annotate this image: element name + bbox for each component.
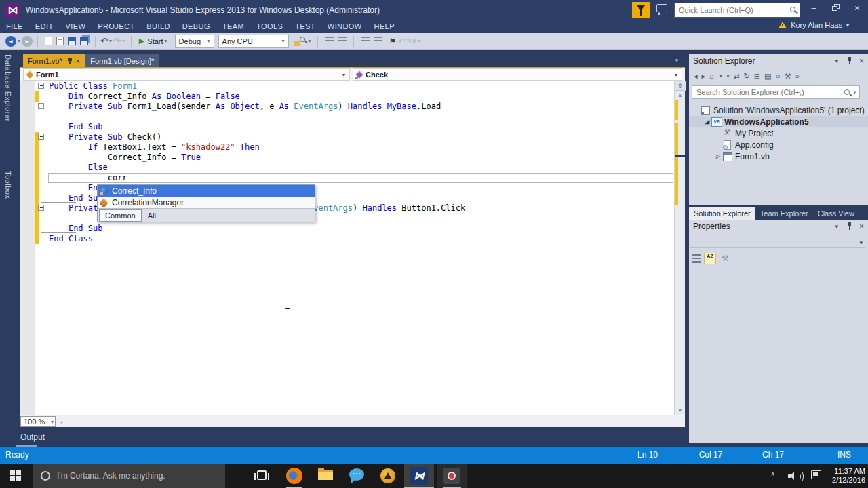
code-editor[interactable]: Public Class Form1 Dim Correct_Info As B…	[20, 81, 674, 415]
menu-item-edit[interactable]: EDIT	[29, 22, 60, 30]
taskbar-app-recorder[interactable]	[437, 464, 467, 488]
menu-item-debug[interactable]: DEBUG	[176, 22, 216, 30]
chevron-down-icon[interactable]: ▾	[122, 38, 125, 44]
tree-item-form1-vb[interactable]: ▷Form1.vb	[689, 150, 868, 162]
redo-button[interactable]: ↷	[113, 36, 121, 46]
save-button[interactable]	[68, 37, 76, 45]
uncomment-button[interactable]	[374, 37, 382, 45]
comment-button[interactable]	[361, 37, 370, 45]
object-dropdown[interactable]: ▾	[690, 236, 865, 248]
window-menu-icon[interactable]: ▾	[835, 58, 838, 64]
solution-search-input[interactable]	[695, 87, 837, 97]
zoom-dropdown[interactable]: 100 % ▾	[20, 416, 56, 427]
solution-config-dropdown[interactable]: Debug▾	[175, 35, 214, 48]
chevron-down-icon[interactable]: ▾	[726, 73, 729, 79]
overflow-icon[interactable]: »	[795, 72, 800, 80]
code-line[interactable]: Else	[20, 163, 674, 173]
taskbar-app-visual-studio[interactable]: ⋈	[404, 464, 434, 488]
quick-launch[interactable]	[674, 3, 800, 18]
undo-button[interactable]: ↶	[100, 36, 108, 46]
tree-item-my-project[interactable]: ⚒My Project	[689, 127, 868, 139]
member-dropdown[interactable]: Check ▾	[353, 68, 682, 81]
close-icon[interactable]: ×	[859, 56, 864, 66]
tree-item-app-config[interactable]: App.config	[689, 139, 868, 150]
minimize-button[interactable]: –	[803, 0, 825, 18]
intellisense-item-correlationmanager[interactable]: CorrelationManager	[98, 197, 315, 208]
prev-bookmark-button[interactable]: ↶	[398, 37, 405, 46]
code-line[interactable]: End Class	[20, 234, 674, 244]
intellisense-item-correct_info[interactable]: Correct_Info	[98, 185, 315, 197]
platform-dropdown[interactable]: Any CPU▾	[218, 35, 289, 48]
tree-item-windowsapplication5[interactable]: ◢VBWindowsApplication5	[689, 116, 868, 127]
menu-item-help[interactable]: HELP	[368, 22, 401, 30]
quick-launch-input[interactable]	[677, 4, 783, 16]
property-pages-icon[interactable]: ⚒	[722, 253, 729, 263]
tab-form1-vb-design[interactable]: Form1.vb [Design]*	[85, 54, 159, 67]
tab-form1-vb[interactable]: Form1.vb* ×	[23, 54, 85, 67]
add-item-button[interactable]	[56, 37, 64, 45]
close-button[interactable]: ×	[846, 0, 868, 18]
code-line[interactable]: Public Class Form1	[20, 81, 674, 92]
back-button[interactable]: ◂	[694, 72, 698, 81]
start-debug-button[interactable]: ▶ Start ▾	[139, 37, 169, 45]
filter-tab-common[interactable]: Common	[99, 209, 142, 222]
menu-item-window[interactable]: WINDOW	[321, 22, 368, 30]
properties-icon[interactable]: ⚒	[785, 72, 791, 81]
new-project-button[interactable]	[45, 37, 52, 45]
close-icon[interactable]: ×	[76, 57, 80, 65]
menu-item-project[interactable]: PROJECT	[92, 22, 140, 30]
menu-item-build[interactable]: BUILD	[140, 22, 176, 30]
feedback-bubble-icon[interactable]	[656, 4, 667, 12]
volume-icon[interactable]	[788, 471, 800, 481]
tray-expand-icon[interactable]: ∧	[770, 470, 775, 478]
scroll-down-icon[interactable]: ▼	[675, 407, 686, 413]
menu-item-file[interactable]: FILE	[0, 22, 29, 30]
save-all-button[interactable]	[80, 37, 88, 45]
code-line[interactable]: Private Sub Check()	[20, 132, 674, 142]
show-all-files-icon[interactable]: ▤	[764, 72, 771, 81]
forward-button[interactable]: ▸	[702, 72, 706, 81]
taskbar-app-explorer[interactable]	[311, 464, 340, 488]
panel-tab-team-explorer[interactable]: Team Explorer	[755, 207, 813, 220]
side-tab-toolbox[interactable]: Toolbox	[4, 171, 12, 199]
output-tab[interactable]: Output	[20, 432, 45, 442]
action-center-icon[interactable]	[811, 470, 821, 479]
pin-icon[interactable]	[846, 57, 852, 65]
taskbar-app-avg[interactable]	[373, 464, 403, 488]
menu-item-test[interactable]: TEST	[289, 22, 321, 30]
code-line[interactable]: Dim Correct_Info As Boolean = False	[20, 92, 674, 102]
tray-clock[interactable]: 11:37 AM 2/12/2016	[826, 467, 865, 485]
chevron-down-icon[interactable]: ▾	[418, 38, 421, 44]
navigate-forward-button[interactable]: ▸	[22, 36, 33, 47]
scroll-up-icon[interactable]: ▲	[675, 92, 686, 98]
cortana-search[interactable]: I'm Cortana. Ask me anything.	[33, 464, 225, 488]
code-line[interactable]: If TextBox1.Text = "kshadow22" Then	[20, 142, 674, 152]
user-account[interactable]: Kory Alan Haas ▾	[778, 21, 849, 29]
window-menu-icon[interactable]: ▾	[835, 223, 838, 230]
feedback-filter-icon[interactable]	[632, 2, 650, 18]
chevron-down-icon[interactable]: ▾	[109, 38, 112, 44]
navigate-back-button[interactable]: ◂	[5, 36, 16, 47]
indent-decrease-button[interactable]	[325, 37, 334, 45]
chevron-down-icon[interactable]: ▾	[18, 38, 20, 44]
restore-button[interactable]	[825, 0, 846, 18]
chevron-down-icon[interactable]: ▾	[309, 38, 311, 44]
scroll-left-icon[interactable]: ◂	[60, 419, 62, 425]
pending-changes-icon[interactable]: ◔	[718, 72, 723, 80]
home-icon[interactable]: ⌂	[709, 72, 714, 80]
expander-icon[interactable]: ▷	[715, 153, 722, 159]
solution-search[interactable]: ▾	[692, 85, 860, 99]
menu-item-team[interactable]: TEAM	[216, 22, 250, 30]
close-icon[interactable]: ×	[859, 222, 864, 231]
next-bookmark-button[interactable]: ↷	[405, 37, 412, 46]
taskbar-app-messaging[interactable]	[342, 464, 372, 488]
editor-vertical-scrollbar[interactable]: ⇕ ▲ ▼	[674, 81, 685, 415]
document-list-icon[interactable]: ▼	[674, 58, 679, 64]
refresh-icon[interactable]: ↻	[744, 72, 750, 81]
side-tab-database-explorer[interactable]: Database Explorer	[4, 54, 12, 122]
clear-bookmarks-button[interactable]: ×	[412, 37, 416, 46]
code-line[interactable]: End Sub	[20, 122, 674, 132]
taskbar-app-firefox[interactable]	[279, 464, 309, 488]
pin-icon[interactable]	[846, 222, 852, 230]
sync-icon[interactable]: ⇄	[733, 72, 739, 81]
